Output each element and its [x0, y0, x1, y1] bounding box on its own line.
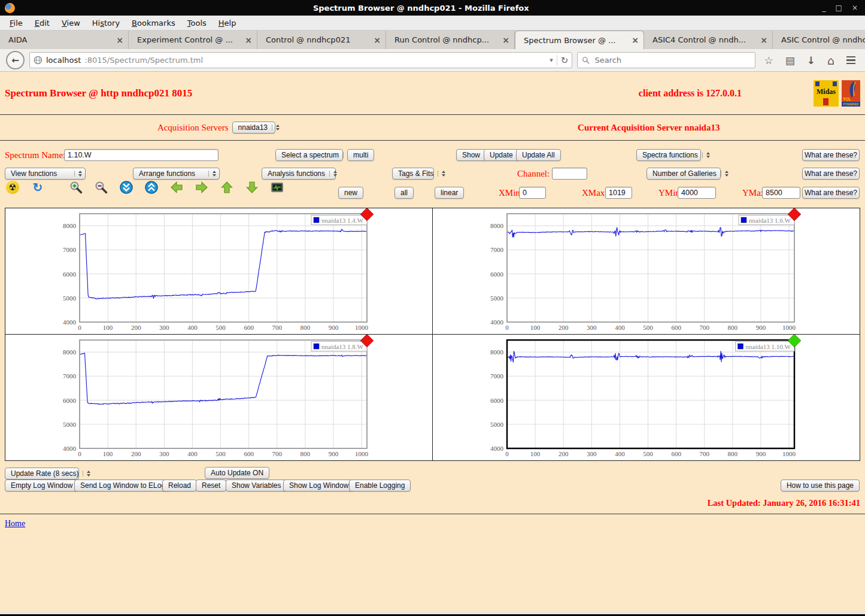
xmax-input[interactable]	[605, 187, 632, 199]
ymin-input[interactable]	[678, 187, 716, 199]
search-box[interactable]	[577, 52, 755, 68]
acquisition-server-select[interactable]: nnaida13	[232, 122, 275, 133]
channel-label: Channel:	[517, 169, 550, 179]
menu-help[interactable]: Help	[214, 17, 241, 29]
back-button[interactable]: ←	[6, 51, 25, 69]
url-dropdown-icon[interactable]: ▾	[550, 56, 553, 64]
svg-text:5000: 5000	[63, 421, 77, 428]
double-arrow-up-icon[interactable]	[144, 180, 159, 195]
refresh-icon[interactable]: ↻	[31, 180, 45, 195]
zoom-in-icon[interactable]	[69, 180, 83, 195]
display-icon[interactable]	[270, 180, 284, 195]
menu-edit[interactable]: Edit	[30, 17, 54, 29]
spectrum-name-label: Spectrum Name:	[5, 150, 65, 160]
chart-legend: nnaida13 1.4.W	[311, 216, 367, 225]
downloads-icon[interactable]: ↓	[803, 54, 819, 66]
arrow-right-icon[interactable]	[195, 180, 209, 195]
home-link[interactable]: Home	[5, 519, 25, 529]
bookmark-star-icon[interactable]: ☆	[760, 54, 776, 66]
bookmarks-list-icon[interactable]: ▤	[782, 54, 799, 66]
firefox-icon	[5, 3, 15, 13]
analysis-functions-dropdown[interactable]: Analysis functions	[262, 168, 336, 180]
all-button[interactable]: all	[394, 187, 414, 199]
url-bar[interactable]: localhost:8015/Spectrum/Spectrum.tml ▾ ↻	[29, 52, 572, 68]
menu-bookmarks[interactable]: Bookmarks	[127, 17, 180, 29]
spectrum-chart-panel-3[interactable]: 0100200300400500600700800900100040005000…	[5, 335, 432, 460]
menu-icon[interactable]	[843, 56, 859, 65]
arrange-functions-dropdown[interactable]: Arrange functions	[133, 168, 220, 180]
tab-4[interactable]: Run Control @ nndhcp...×	[386, 31, 515, 49]
number-of-galleries-dropdown[interactable]: Number of Galleries	[647, 168, 721, 180]
multi-button[interactable]: multi	[347, 149, 374, 161]
chart-legend: nnaida13 1.10.W	[736, 342, 795, 351]
spectrum-chart-panel-1[interactable]: 0100200300400500600700800900100040005000…	[5, 208, 432, 334]
svg-text:8000: 8000	[63, 348, 77, 356]
arrow-down-icon[interactable]	[245, 180, 259, 195]
auto-update-button[interactable]: Auto Update ON	[205, 467, 269, 479]
svg-text:800: 800	[728, 324, 738, 331]
channel-input[interactable]	[552, 168, 587, 180]
update-all-button[interactable]: Update All	[516, 149, 561, 161]
tab-close-icon[interactable]: ×	[374, 35, 381, 45]
svg-text:7000: 7000	[63, 372, 77, 380]
tab-2[interactable]: Experiment Control @ ...×	[129, 31, 257, 49]
close-button[interactable]: ×	[852, 4, 858, 12]
tab-1[interactable]: AIDA×	[0, 31, 129, 49]
how-to-use-button[interactable]: How to use this page	[781, 480, 860, 491]
show-variables-button[interactable]: Show Variables	[226, 480, 287, 491]
what-are-these-button-2[interactable]: What are these?	[802, 168, 860, 180]
new-button[interactable]: new	[338, 187, 363, 199]
tab-close-icon[interactable]: ×	[245, 35, 252, 45]
search-icon	[582, 56, 590, 64]
svg-text:5000: 5000	[63, 295, 77, 302]
radiation-icon[interactable]: ☢	[5, 180, 20, 195]
menu-history[interactable]: History	[87, 17, 125, 29]
tab-3[interactable]: Control @ nndhcp021×	[257, 31, 386, 49]
tab-7[interactable]: ASIC Control @ nndhc...×	[773, 31, 865, 49]
svg-text:8000: 8000	[490, 222, 504, 229]
menu-view[interactable]: View	[57, 17, 85, 29]
spectrum-name-input[interactable]	[64, 149, 218, 161]
window-title: Spectrum Browser @ nndhcp021 - Mozilla F…	[20, 4, 822, 13]
empty-log-window-button[interactable]: Empty Log Window	[5, 480, 78, 491]
tab-close-icon[interactable]: ×	[502, 35, 509, 45]
update-button[interactable]: Update	[484, 149, 519, 161]
update-rate-dropdown[interactable]: Update Rate (8 secs)	[5, 468, 79, 480]
zoom-out-icon[interactable]	[94, 180, 108, 195]
send-log-window-to-elog-button[interactable]: Send Log Window to ELog	[74, 480, 171, 491]
arrow-up-icon[interactable]	[220, 180, 234, 195]
home-icon[interactable]: ⌂	[824, 54, 838, 67]
show-button[interactable]: Show	[456, 149, 486, 161]
tab-5-active[interactable]: Spectrum Browser @ ...×	[515, 31, 644, 49]
spectrum-chart-panel-2[interactable]: 0100200300400500600700800900100040005000…	[433, 208, 860, 334]
ymax-input[interactable]	[762, 187, 800, 199]
tab-close-icon[interactable]: ×	[632, 35, 639, 45]
what-are-these-button-1[interactable]: What are these?	[802, 149, 860, 161]
show-log-window-button[interactable]: Show Log Window	[283, 480, 354, 491]
view-functions-dropdown[interactable]: View functions	[5, 168, 86, 180]
reload-icon[interactable]: ↻	[557, 55, 569, 66]
select-spectrum-dropdown[interactable]: Select a spectrum	[275, 149, 343, 161]
tab-close-icon[interactable]: ×	[760, 35, 767, 45]
tab-close-icon[interactable]: ×	[116, 35, 123, 45]
double-arrow-down-icon[interactable]	[119, 180, 133, 195]
tab-6[interactable]: ASIC4 Control @ nndh...×	[644, 31, 773, 49]
reset-button[interactable]: Reset	[196, 480, 226, 491]
search-input[interactable]	[593, 55, 727, 65]
linear-button[interactable]: linear	[435, 187, 464, 199]
tab-label: Experiment Control @ ...	[137, 35, 241, 44]
ymin-label: YMin	[658, 188, 680, 198]
menu-tools[interactable]: Tools	[183, 17, 211, 29]
spectrum-chart-panel-4[interactable]: 0100200300400500600700800900100040005000…	[433, 335, 860, 460]
reload-button[interactable]: Reload	[162, 480, 197, 491]
arrow-left-icon[interactable]	[169, 180, 184, 195]
minimize-button[interactable]: _	[822, 4, 826, 12]
spectra-functions-dropdown[interactable]: Spectra functions	[636, 149, 701, 161]
maximize-button[interactable]: □	[836, 4, 842, 12]
svg-text:300: 300	[159, 450, 169, 457]
xmin-input[interactable]	[519, 187, 546, 199]
enable-logging-button[interactable]: Enable Logging	[349, 480, 411, 491]
what-are-these-button-3[interactable]: What are these?	[802, 187, 860, 199]
menu-file[interactable]: File	[5, 17, 28, 29]
tags-fits-dropdown[interactable]: Tags & Fits	[392, 168, 434, 180]
